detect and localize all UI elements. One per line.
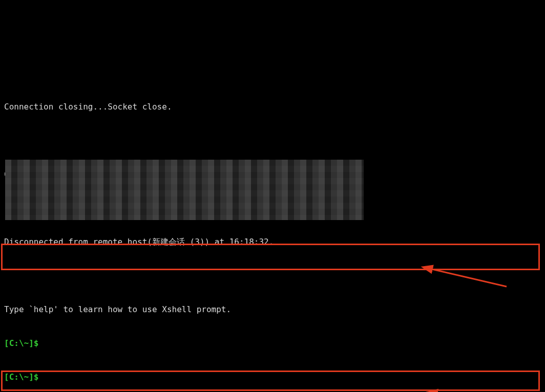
text-line: Connection closing...Socket close.	[4, 101, 541, 113]
local-prompt: [C:\~]$	[4, 372, 541, 383]
text-line: Type `help' to learn how to use Xshell p…	[4, 304, 541, 315]
text-line: Disconnected from remote host(新建会话 (3)) …	[4, 236, 541, 248]
terminal-output[interactable]: Connection closing...Socket close. Conne…	[0, 0, 545, 392]
redaction-block	[5, 160, 364, 220]
local-prompt: [C:\~]$	[4, 338, 541, 349]
